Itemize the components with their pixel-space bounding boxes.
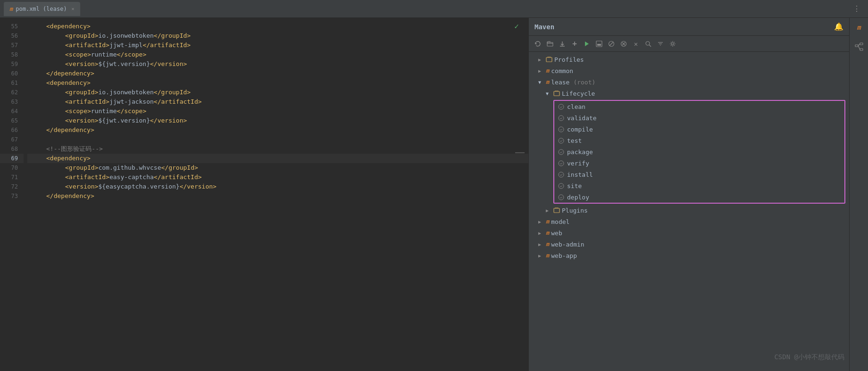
code-line-64: <scope>runtime</scope> — [27, 107, 528, 116]
maven-project-icon: m — [546, 67, 549, 74]
tree-item-lifecycle[interactable]: ▼ Lifecycle — [529, 88, 849, 99]
common-label: common — [551, 67, 573, 74]
tag-open: <groupId> — [65, 31, 98, 41]
lifecycle-item-site[interactable]: site — [554, 180, 844, 191]
lifecycle-validate-label: validate — [567, 115, 597, 122]
tag-open: <version> — [65, 59, 98, 69]
refresh-button[interactable] — [533, 39, 543, 49]
lifecycle-item-validate[interactable]: validate — [554, 112, 844, 124]
search-button[interactable] — [643, 39, 653, 49]
title-bar-menu-button[interactable]: ⋮ — [849, 2, 864, 15]
skip-button[interactable] — [606, 39, 617, 49]
line-number: 62 — [0, 88, 24, 97]
code-text: jjwt-jackson — [109, 97, 154, 107]
tag-close: </dependency> — [46, 69, 94, 78]
svg-point-17 — [559, 104, 564, 109]
lifecycle-item-package[interactable]: package — [554, 146, 844, 157]
lifecycle-compile-label: compile — [567, 126, 593, 133]
line-number: 67 — [0, 135, 24, 144]
download-button[interactable] — [557, 39, 568, 49]
tree-item-lease[interactable]: ▼ m lease (root) — [529, 76, 849, 88]
editor-body: 55 56 57 58 59 60 61 62 63 64 65 66 67 6… — [0, 18, 528, 371]
svg-marker-1 — [585, 41, 589, 46]
code-text: ${easycaptcha.version} — [98, 182, 179, 191]
code-line-58: <scope>runtime</scope> — [27, 50, 528, 59]
lifecycle-item-clean[interactable]: clean — [554, 101, 844, 112]
tag-open: <version> — [65, 116, 98, 125]
filter-button[interactable] — [655, 39, 666, 49]
tag-open: <groupId> — [65, 163, 98, 173]
add-button[interactable]: + — [569, 39, 580, 49]
cancel-button[interactable] — [618, 39, 629, 49]
tag-close: </groupId> — [161, 163, 198, 173]
editor-tab[interactable]: m pom.xml (lease) ✕ — [4, 2, 80, 16]
maven-title: Maven — [534, 23, 834, 31]
lifecycle-item-install[interactable]: install — [554, 169, 844, 180]
code-line-66: </dependency> — [27, 125, 528, 135]
web-label: web — [551, 230, 562, 237]
svg-point-9 — [646, 41, 650, 45]
code-line-59: <version>${jwt.version}</version> — [27, 59, 528, 69]
code-text: runtime — [91, 50, 117, 59]
tag-open: <artifactId> — [65, 97, 109, 107]
code-line-60: </dependency> — [27, 69, 528, 78]
notification-icon[interactable]: 🔔 — [834, 22, 843, 31]
line-number: 71 — [0, 173, 24, 182]
tree-item-common[interactable]: ▶ m common — [529, 65, 849, 76]
structure-sidebar-icon[interactable] — [853, 41, 865, 55]
tag-close: </dependency> — [46, 191, 94, 201]
code-text: easy-captcha — [109, 173, 154, 182]
tag-open: <dependency> — [46, 154, 91, 163]
close-toolbar-button[interactable]: ✕ — [631, 39, 641, 49]
svg-point-25 — [559, 195, 564, 200]
title-bar: m pom.xml (lease) ✕ ⋮ — [0, 0, 868, 18]
folder-button[interactable] — [545, 39, 555, 49]
tree-arrow-lease: ▼ — [538, 80, 544, 85]
profiles-label: Profiles — [554, 56, 584, 63]
tag-close: </scope> — [117, 107, 147, 116]
svg-rect-3 — [597, 44, 601, 46]
tab-maven-icon: m — [9, 6, 13, 12]
svg-point-19 — [559, 127, 564, 132]
line-number: 73 — [0, 191, 24, 201]
svg-line-31 — [858, 46, 860, 49]
maven-sidebar-icon[interactable]: m — [855, 22, 862, 33]
lifecycle-item-compile[interactable]: compile — [554, 124, 844, 135]
tree-item-model[interactable]: ▶ m model — [529, 216, 849, 227]
settings-button[interactable] — [668, 39, 678, 49]
tag-close: </artifactId> — [154, 173, 202, 182]
tree-item-web-app[interactable]: ▶ m web-app — [529, 250, 849, 261]
tree-item-web-admin[interactable]: ▶ m web-admin — [529, 239, 849, 250]
lifecycle-install-label: install — [567, 171, 593, 178]
line-number: 72 — [0, 182, 24, 191]
maven-panel: Maven 🔔 + — [528, 18, 849, 371]
svg-rect-16 — [554, 91, 559, 96]
code-line-57: <artifactId>jjwt-impl</artifactId> — [27, 41, 528, 50]
code-area[interactable]: ✓ <dependency> <groupId>io.jsonwebtoken<… — [24, 18, 528, 371]
code-line-56: <groupId>io.jsonwebtoken</groupId> — [27, 31, 528, 41]
tree-item-profiles[interactable]: ▶ Profiles — [529, 54, 849, 65]
tag-open: <scope> — [65, 50, 91, 59]
tree-arrow-web-admin: ▶ — [538, 242, 544, 247]
lifecycle-item-deploy[interactable]: deploy — [554, 191, 844, 203]
tag-close: </artifactId> — [142, 41, 191, 50]
line-number: 68 — [0, 144, 24, 154]
line-number: 58 — [0, 50, 24, 59]
run-button[interactable] — [582, 39, 592, 49]
tag-open: <version> — [65, 182, 98, 191]
lifecycle-item-verify[interactable]: verify — [554, 157, 844, 169]
lifecycle-item-test[interactable]: test — [554, 135, 844, 146]
tab-close-button[interactable]: ✕ — [72, 6, 75, 11]
tree-item-web[interactable]: ▶ m web — [529, 227, 849, 239]
code-line-65: <version>${jwt.version}</version> — [27, 116, 528, 125]
tree-item-plugins[interactable]: ▶ Plugins — [529, 205, 849, 216]
svg-rect-29 — [860, 49, 863, 50]
lease-suffix: (root) — [573, 79, 595, 86]
right-sidebar: m — [849, 18, 868, 371]
model-label: model — [551, 218, 569, 225]
code-line-62: <groupId>io.jsonwebtoken</groupId> — [27, 88, 528, 97]
code-line-63: <artifactId>jjwt-jackson</artifactId> — [27, 97, 528, 107]
output-button[interactable] — [594, 39, 604, 49]
svg-point-24 — [559, 183, 564, 189]
web-admin-label: web-admin — [551, 241, 584, 248]
